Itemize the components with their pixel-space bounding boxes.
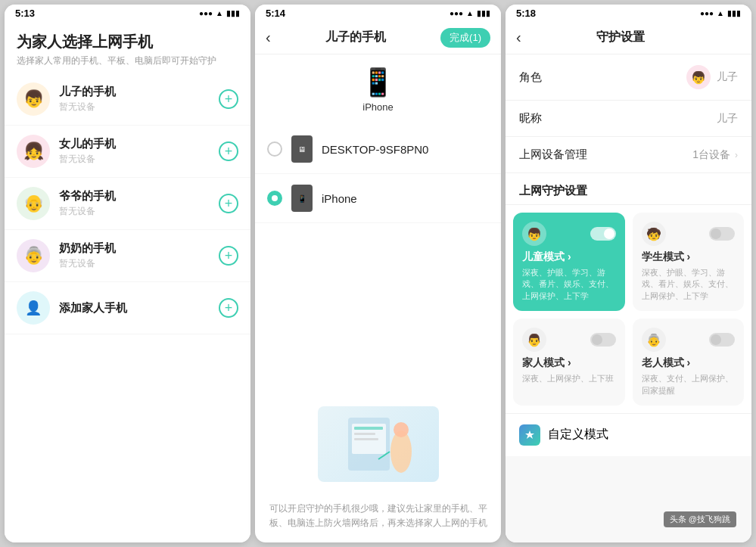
mode-toggle-student[interactable] [709,227,735,241]
family-item-daughter[interactable]: 👧 女儿的手机 暂无设备 + [5,126,250,178]
status-bar-1: 5:13 ●●● ▲ ▮▮▮ [5,5,250,21]
add-more-button[interactable]: + [219,298,238,318]
mode-card-elder[interactable]: 👵 老人模式 › 深夜、支付、上网保护、回家提醒 [633,319,745,406]
battery-icon-3: ▮▮▮ [727,9,741,17]
mode-card-children-header: 👦 [522,222,616,246]
mode-grid: 👦 儿童模式 › 深夜、护眼、学习、游戏、番片、娱乐、支付、上网保护、上下学 🧒… [506,205,751,413]
mode-card-family-header: 👨 [522,328,616,352]
family-info-add: 添加家人手机 [59,301,219,315]
family-info-grandpa: 爷爷的手机 暂无设备 [59,189,219,218]
add-son-button[interactable]: + [219,89,238,109]
hint-text: 可以开启守护的手机很少哦，建议先让家里的手机、平板、电脑连上防火墙网络后，再来选… [255,494,501,542]
family-item-add[interactable]: 👤 添加家人手机 + [5,282,250,334]
mode-card-family[interactable]: 👨 家人模式 › 深夜、上网保护、上下班 [513,319,625,406]
family-item-son[interactable]: 👦 儿子的手机 暂无设备 + [5,73,250,126]
family-name-grandma: 奶奶的手机 [59,241,219,256]
page-title-1: 为家人选择上网手机 [17,32,238,51]
mode-desc-children: 深夜、护眼、学习、游戏、番片、娱乐、支付、上网保护、上下学 [522,267,616,302]
mode-desc-student: 深夜、护眼、学习、游戏、看片、娱乐、支付、上网保护、上下学 [642,267,736,302]
wifi-icon-3: ▲ [717,9,724,17]
back-button-3[interactable]: ‹ [516,29,521,46]
avatar-son: 👦 [17,82,50,116]
mode-desc-family: 深夜、上网保护、上下班 [522,373,616,384]
settings-row-role[interactable]: 角色 👦 儿子 [506,54,751,101]
device-row-desktop[interactable]: 🖥 DESKTOP-9SF8PN0 [255,125,501,174]
avatar-grandpa: 👴 [17,187,50,220]
family-item-grandpa[interactable]: 👴 爷爷的手机 暂无设备 + [5,178,250,230]
devices-value: 1台设备 › [692,148,738,162]
iphone-icon: 📱 [291,185,313,212]
svg-rect-2 [354,427,383,430]
settings-row-nickname[interactable]: 昵称 儿子 [506,101,751,137]
status-icons-3: ●●● ▲ ▮▮▮ [700,9,741,17]
role-avatar: 👦 [686,65,711,89]
status-bar-3: 5:18 ●●● ▲ ▮▮▮ [506,5,751,21]
devices-label: 上网设备管理 [519,148,587,162]
device-row-iphone[interactable]: 📱 iPhone [255,174,501,223]
nav-title-2: 儿子的手机 [271,30,440,45]
wifi-icon: ▲ [216,9,223,17]
mode-card-children[interactable]: 👦 儿童模式 › 深夜、护眼、学习、游戏、番片、娱乐、支付、上网保护、上下学 [513,213,625,311]
add-grandma-button[interactable]: + [219,246,238,266]
time-3: 5:18 [516,8,536,19]
illustration-area [255,394,501,494]
mode-name-family: 家人模式 › [522,356,616,370]
custom-mode-row[interactable]: 自定义模式 [506,413,751,456]
family-name-son: 儿子的手机 [59,85,219,99]
add-grandpa-button[interactable]: + [219,194,238,213]
signal-icon-2: ●●● [450,9,463,17]
mode-toggle-elder[interactable] [709,333,735,347]
family-item-grandma[interactable]: 👵 奶奶的手机 暂无设备 + [5,230,250,282]
selected-device-icon: 📱 [361,67,395,98]
mode-avatar-elder: 👵 [642,328,666,352]
mode-card-elder-header: 👵 [642,328,736,352]
radio-iphone[interactable] [267,191,282,206]
mode-toggle-family[interactable] [590,333,616,347]
time-1: 5:13 [15,8,35,19]
role-label: 角色 [519,70,542,85]
family-name-daughter: 女儿的手机 [59,137,219,151]
mode-card-student-header: 🧒 [642,222,736,246]
family-list: 👦 儿子的手机 暂无设备 + 👧 女儿的手机 暂无设备 + 👴 爷爷的手机 [5,73,250,542]
radio-desktop[interactable] [267,141,282,157]
nav-bar-3: ‹ 守护设置 [506,21,751,54]
svg-rect-3 [354,433,375,435]
add-daughter-button[interactable]: + [219,141,238,161]
page-subtitle-1: 选择家人常用的手机、平板、电脑后即可开始守护 [17,54,238,67]
mode-toggle-children[interactable] [590,227,616,241]
family-sub-daughter: 暂无设备 [59,153,219,166]
family-sub-son: 暂无设备 [59,101,219,113]
mode-name-children: 儿童模式 › [522,250,616,264]
mode-name-elder: 老人模式 › [642,356,736,370]
mode-avatar-family: 👨 [522,328,546,352]
device-name-desktop: DESKTOP-9SF8PN0 [322,143,428,156]
role-value: 儿子 [717,70,738,84]
done-button[interactable]: 完成(1) [440,28,490,48]
avatar-grandma: 👵 [17,239,50,272]
avatar-daughter: 👧 [17,135,50,168]
svg-rect-4 [354,438,378,440]
screen2: 5:14 ●●● ▲ ▮▮▮ ‹ 儿子的手机 完成(1) 📱 iPhone 🖥 … [255,5,501,542]
wifi-icon-2: ▲ [466,9,474,17]
custom-mode-label: 自定义模式 [548,427,608,443]
settings-row-devices[interactable]: 上网设备管理 1台设备 › [506,137,751,173]
illustration [318,406,439,482]
back-button-2[interactable]: ‹ [266,29,271,46]
mode-desc-elder: 深夜、支付、上网保护、回家提醒 [642,373,736,396]
family-info-son: 儿子的手机 暂无设备 [59,85,219,113]
nickname-value: 儿子 [717,112,738,126]
avatar-add: 👤 [17,291,50,325]
custom-mode-icon [519,424,540,446]
mode-card-student[interactable]: 🧒 学生模式 › 深夜、护眼、学习、游戏、看片、娱乐、支付、上网保护、上下学 [633,213,745,311]
time-2: 5:14 [266,8,285,19]
device-name-iphone: iPhone [322,192,357,205]
mode-name-student: 学生模式 › [642,250,736,264]
desktop-icon: 🖥 [291,135,313,163]
family-info-grandma: 奶奶的手机 暂无设备 [59,241,219,270]
family-sub-grandpa: 暂无设备 [59,205,219,218]
device-list: 🖥 DESKTOP-9SF8PN0 📱 iPhone [255,125,501,394]
family-sub-grandma: 暂无设备 [59,257,219,270]
nav-title-3: 守护设置 [521,30,720,45]
signal-icon-3: ●●● [700,9,714,17]
svg-point-6 [394,422,409,437]
